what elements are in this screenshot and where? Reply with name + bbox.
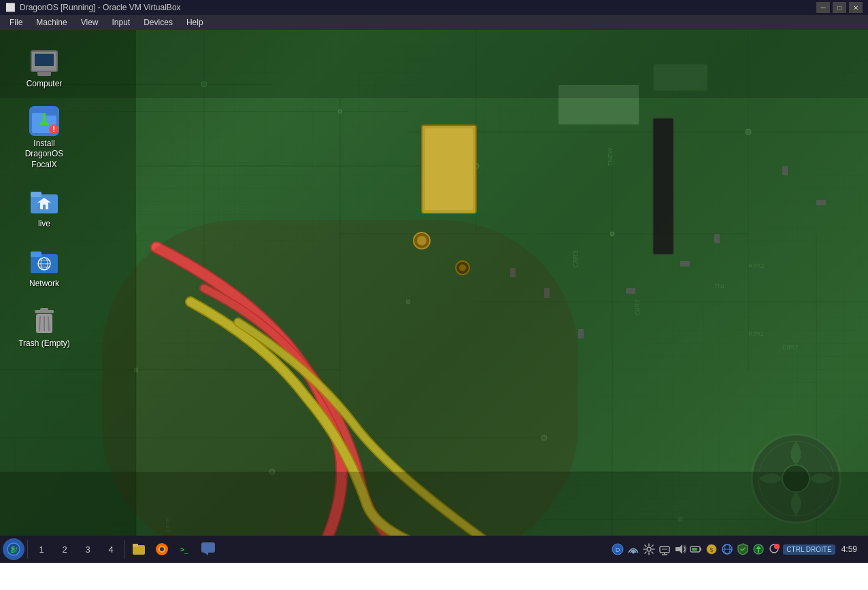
svg-rect-119 bbox=[758, 549, 759, 553]
svg-rect-92 bbox=[133, 544, 138, 547]
svg-rect-110 bbox=[700, 548, 701, 551]
network-icon-graphic bbox=[29, 246, 59, 276]
tray-settings-icon[interactable] bbox=[642, 542, 656, 556]
titlebar: ⬜ DragonOS [Running] - Oracle VM Virtual… bbox=[0, 0, 868, 15]
menu-devices[interactable]: Devices bbox=[137, 15, 180, 30]
svg-rect-67 bbox=[43, 113, 46, 121]
svg-text:C8R3: C8R3 bbox=[572, 250, 580, 268]
menu-view[interactable]: View bbox=[74, 15, 105, 30]
svg-rect-48 bbox=[680, 261, 690, 266]
svg-text:🐉: 🐉 bbox=[10, 545, 18, 554]
menu-help[interactable]: Help bbox=[180, 15, 210, 30]
titlebar-controls: ─ □ ✕ bbox=[816, 2, 863, 13]
taskbar-sep-1 bbox=[27, 540, 28, 559]
svg-rect-49 bbox=[714, 234, 720, 243]
tray-shield-icon[interactable] bbox=[736, 542, 750, 556]
tray-dragon-icon[interactable]: D bbox=[611, 542, 624, 556]
maximize-button[interactable]: □ bbox=[833, 2, 846, 13]
svg-text:R7R2: R7R2 bbox=[748, 262, 764, 269]
network-icon[interactable]: Network bbox=[14, 243, 75, 292]
svg-point-21 bbox=[610, 232, 614, 236]
svg-text:R7R2: R7R2 bbox=[748, 330, 764, 337]
taskbar-files[interactable] bbox=[128, 538, 150, 560]
svg-marker-108 bbox=[675, 544, 682, 554]
svg-text:$: $ bbox=[710, 546, 714, 553]
workspace-3[interactable]: 3 bbox=[77, 538, 99, 560]
svg-rect-32 bbox=[653, 118, 673, 254]
svg-rect-51 bbox=[816, 200, 826, 205]
svg-line-88 bbox=[48, 317, 49, 330]
svg-rect-50 bbox=[782, 166, 788, 175]
svg-rect-46 bbox=[578, 329, 584, 339]
workspace-4[interactable]: 4 bbox=[100, 538, 122, 560]
close-button[interactable]: ✕ bbox=[849, 2, 863, 13]
tray-coin-icon[interactable]: $ bbox=[705, 542, 718, 556]
system-clock: 4:59 bbox=[837, 544, 861, 554]
workspace-1[interactable]: 1 bbox=[31, 538, 52, 560]
titlebar-title: DragonOS [Running] - Oracle VM VirtualBo… bbox=[20, 3, 181, 12]
desktop-icons: Computer Install bbox=[14, 44, 75, 351]
svg-point-121 bbox=[774, 544, 780, 549]
svg-rect-77 bbox=[31, 251, 41, 257]
taskbar-terminal[interactable]: >_ bbox=[174, 538, 196, 560]
menu-input[interactable]: Input bbox=[105, 15, 137, 30]
tray-network-icon[interactable] bbox=[658, 542, 671, 556]
system-tray: D bbox=[607, 542, 865, 556]
tray-battery-icon[interactable] bbox=[689, 542, 703, 556]
svg-rect-31 bbox=[425, 128, 473, 210]
tray-signal-icon[interactable] bbox=[627, 542, 640, 556]
tray-upload-icon[interactable] bbox=[752, 542, 765, 556]
trash-icon[interactable]: Trash (Empty) bbox=[14, 303, 75, 352]
desktop: C8R3 TNEW C8R2 TNL R7R2 C8TR R7R RTR1 C8… bbox=[0, 30, 868, 563]
svg-text:TNL: TNL bbox=[714, 283, 726, 290]
install-icon-graphic bbox=[29, 106, 59, 136]
menu-machine[interactable]: Machine bbox=[29, 15, 73, 30]
install-icon[interactable]: Install DragonOS FocalX bbox=[14, 103, 75, 173]
svg-rect-60 bbox=[0, 30, 868, 98]
svg-rect-72 bbox=[31, 192, 41, 197]
svg-rect-75 bbox=[43, 205, 46, 209]
svg-text:C8R2: C8R2 bbox=[634, 300, 641, 315]
install-icon-label: Install DragonOS FocalX bbox=[16, 139, 72, 171]
taskbar-sep-2 bbox=[124, 540, 125, 559]
svg-text:D: D bbox=[616, 546, 620, 553]
svg-line-86 bbox=[39, 317, 40, 330]
computer-icon-label: Computer bbox=[27, 79, 63, 90]
svg-point-19 bbox=[338, 109, 342, 114]
svg-point-103 bbox=[647, 547, 651, 551]
live-icon[interactable]: live bbox=[14, 184, 75, 232]
tray-volume-icon[interactable] bbox=[673, 542, 687, 556]
workspace-2[interactable]: 2 bbox=[54, 538, 76, 560]
svg-marker-99 bbox=[204, 553, 208, 555]
computer-icon[interactable]: Computer bbox=[14, 44, 75, 92]
live-icon-graphic bbox=[29, 186, 59, 216]
titlebar-app-icon: ⬜ bbox=[5, 3, 16, 12]
tray-globe-icon[interactable] bbox=[720, 542, 734, 556]
taskbar-firefox[interactable] bbox=[151, 538, 173, 560]
tray-notification-icon[interactable] bbox=[767, 542, 781, 556]
menu-file[interactable]: File bbox=[3, 15, 29, 30]
titlebar-left: ⬜ DragonOS [Running] - Oracle VM Virtual… bbox=[5, 3, 181, 12]
taskbar-logo[interactable]: 🐉 bbox=[3, 538, 24, 560]
svg-point-22 bbox=[746, 129, 751, 135]
trash-icon-graphic bbox=[29, 306, 59, 336]
svg-point-102 bbox=[633, 552, 635, 554]
svg-text:C8R3: C8R3 bbox=[782, 344, 798, 351]
svg-text:>_: >_ bbox=[180, 546, 189, 554]
live-icon-label: live bbox=[38, 219, 50, 230]
computer-icon-graphic bbox=[31, 50, 58, 72]
svg-rect-111 bbox=[692, 548, 697, 551]
minimize-button[interactable]: ─ bbox=[816, 2, 830, 13]
svg-rect-47 bbox=[626, 288, 635, 294]
svg-point-70 bbox=[53, 131, 54, 132]
ctrl-droite-badge: CTRL DROITE bbox=[783, 544, 835, 555]
pcb-decoration: C8R3 TNEW C8R2 TNL R7R2 C8TR R7R RTR1 C8… bbox=[0, 30, 868, 563]
svg-rect-62 bbox=[102, 220, 578, 560]
svg-point-95 bbox=[160, 547, 164, 551]
trash-icon-label: Trash (Empty) bbox=[18, 339, 70, 349]
svg-rect-84 bbox=[40, 308, 48, 312]
svg-rect-65 bbox=[32, 113, 43, 118]
network-icon-label: Network bbox=[29, 279, 59, 290]
menubar: File Machine View Input Devices Help bbox=[0, 15, 868, 30]
taskbar-chat[interactable] bbox=[197, 538, 219, 560]
